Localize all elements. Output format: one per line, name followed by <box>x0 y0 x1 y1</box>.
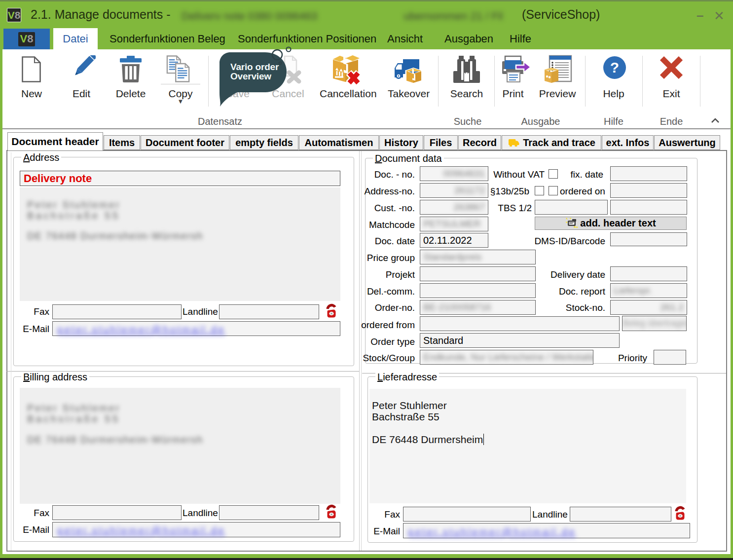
svg-text:?: ? <box>610 59 619 75</box>
